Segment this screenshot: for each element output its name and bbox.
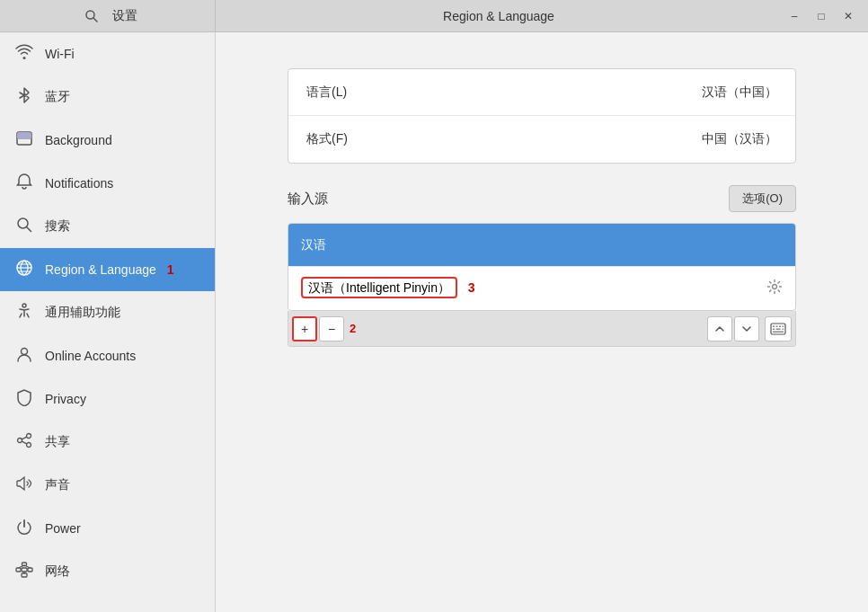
sidebar-item-label: 通用辅助功能 <box>45 305 120 321</box>
svg-point-25 <box>773 285 777 289</box>
power-icon <box>14 518 34 540</box>
svg-rect-24 <box>22 563 27 566</box>
svg-point-11 <box>22 348 28 354</box>
input-source-label: 汉语 <box>301 237 326 253</box>
svg-point-12 <box>27 433 31 438</box>
keyboard-layout-button[interactable] <box>765 316 792 341</box>
svg-rect-31 <box>773 328 775 330</box>
svg-point-13 <box>18 438 22 442</box>
input-source-item-pinyin[interactable]: 汉语（Intelligent Pinyin） 3 <box>288 267 795 310</box>
svg-rect-18 <box>22 568 27 572</box>
svg-rect-17 <box>22 573 27 577</box>
sidebar-item-label: Notifications <box>45 176 113 191</box>
source-toolbar: + − 2 <box>288 311 796 347</box>
remove-source-button[interactable]: − <box>319 316 344 341</box>
move-down-button[interactable] <box>734 316 759 341</box>
accessibility-icon <box>14 302 34 324</box>
main-content: Wi-Fi 蓝牙 Background <box>0 32 868 612</box>
language-value: 汉语（中国） <box>702 84 777 101</box>
add-source-button[interactable]: + <box>292 316 317 341</box>
language-row[interactable]: 语言(L) 汉语（中国） <box>288 69 795 116</box>
svg-rect-28 <box>776 325 778 327</box>
background-icon <box>14 129 34 152</box>
sidebar-item-network[interactable]: 网络 <box>0 550 215 593</box>
sidebar-item-online-accounts[interactable]: Online Accounts <box>0 334 215 377</box>
sidebar-item-label: 共享 <box>45 434 70 450</box>
svg-line-1 <box>93 18 97 22</box>
marker-2: 2 <box>350 322 356 335</box>
panel-title: Region & Language <box>216 9 782 23</box>
sidebar-item-background[interactable]: Background <box>0 119 215 162</box>
move-up-button[interactable] <box>707 316 732 341</box>
notifications-icon <box>14 173 34 195</box>
svg-point-14 <box>27 442 31 447</box>
marker-1: 1 <box>167 262 174 277</box>
input-source-title: 输入源 <box>288 191 328 208</box>
sidebar-item-label: Privacy <box>45 392 86 406</box>
format-value: 中国（汉语） <box>702 131 777 147</box>
sidebar-item-label: Wi-Fi <box>45 47 75 61</box>
input-source-list: 汉语 汉语（Intelligent Pinyin） 3 <box>288 223 796 311</box>
input-source-label: 汉语（Intelligent Pinyin） 3 <box>301 280 475 297</box>
region-icon <box>14 259 34 281</box>
sidebar-item-label: Online Accounts <box>45 349 136 363</box>
sidebar: Wi-Fi 蓝牙 Background <box>0 32 216 612</box>
svg-point-10 <box>22 304 26 307</box>
svg-rect-33 <box>783 328 784 330</box>
svg-line-15 <box>22 437 26 439</box>
svg-rect-34 <box>773 331 784 333</box>
window-controls: – □ ✕ <box>782 4 868 29</box>
svg-point-4 <box>18 218 28 228</box>
marker-3: 3 <box>468 280 475 295</box>
svg-rect-19 <box>16 568 21 572</box>
sidebar-item-label: Power <box>45 521 81 536</box>
close-button[interactable]: ✕ <box>836 4 861 29</box>
svg-rect-30 <box>783 325 784 327</box>
input-source-item-hanyu[interactable]: 汉语 <box>288 224 795 267</box>
sound-icon <box>14 475 34 497</box>
sidebar-item-bluetooth[interactable]: 蓝牙 <box>0 75 215 119</box>
language-label: 语言(L) <box>306 84 347 101</box>
share-icon <box>14 431 34 454</box>
sidebar-item-wifi[interactable]: Wi-Fi <box>0 32 215 75</box>
privacy-icon <box>14 388 34 411</box>
svg-line-16 <box>22 441 26 444</box>
svg-rect-32 <box>776 328 781 330</box>
network-icon <box>14 561 34 583</box>
svg-rect-29 <box>779 325 781 327</box>
options-button[interactable]: 选项(O) <box>729 185 796 212</box>
sidebar-item-region[interactable]: Region & Language 1 <box>0 248 215 291</box>
sidebar-item-label: 网络 <box>45 563 70 580</box>
svg-line-5 <box>27 227 31 232</box>
sidebar-item-notifications[interactable]: Notifications <box>0 162 215 205</box>
format-label: 格式(F) <box>306 131 348 147</box>
minimize-button[interactable]: – <box>782 4 807 29</box>
search-icon <box>14 216 34 238</box>
svg-rect-27 <box>773 325 775 327</box>
right-panel: 语言(L) 汉语（中国） 格式(F) 中国（汉语） 输入源 选项(O) 汉语 汉… <box>216 32 868 612</box>
online-accounts-icon <box>14 345 34 368</box>
bluetooth-icon <box>14 86 34 109</box>
sidebar-item-sound[interactable]: 声音 <box>0 464 215 507</box>
language-format-card: 语言(L) 汉语（中国） 格式(F) 中国（汉语） <box>288 68 796 164</box>
app-title: 设置 <box>112 8 137 24</box>
titlebar: 设置 Region & Language – □ ✕ <box>0 0 868 32</box>
gear-icon[interactable] <box>766 279 783 298</box>
sidebar-item-power[interactable]: Power <box>0 507 215 550</box>
input-source-header: 输入源 选项(O) <box>288 185 796 212</box>
sidebar-item-label: Region & Language <box>45 262 156 277</box>
format-row[interactable]: 格式(F) 中国（汉语） <box>288 116 795 163</box>
svg-rect-3 <box>17 132 31 139</box>
sidebar-item-share[interactable]: 共享 <box>0 421 215 464</box>
sidebar-item-label: Background <box>45 133 112 147</box>
titlebar-search-area: 设置 <box>0 0 216 31</box>
maximize-button[interactable]: □ <box>809 4 834 29</box>
sidebar-item-privacy[interactable]: Privacy <box>0 377 215 421</box>
svg-rect-20 <box>28 568 32 572</box>
wifi-icon <box>14 43 34 66</box>
search-button[interactable] <box>78 3 105 30</box>
sidebar-item-label: 声音 <box>45 477 70 493</box>
pinyin-label-text: 汉语（Intelligent Pinyin） <box>301 277 457 298</box>
sidebar-item-accessibility[interactable]: 通用辅助功能 <box>0 291 215 334</box>
sidebar-item-search[interactable]: 搜索 <box>0 205 215 248</box>
